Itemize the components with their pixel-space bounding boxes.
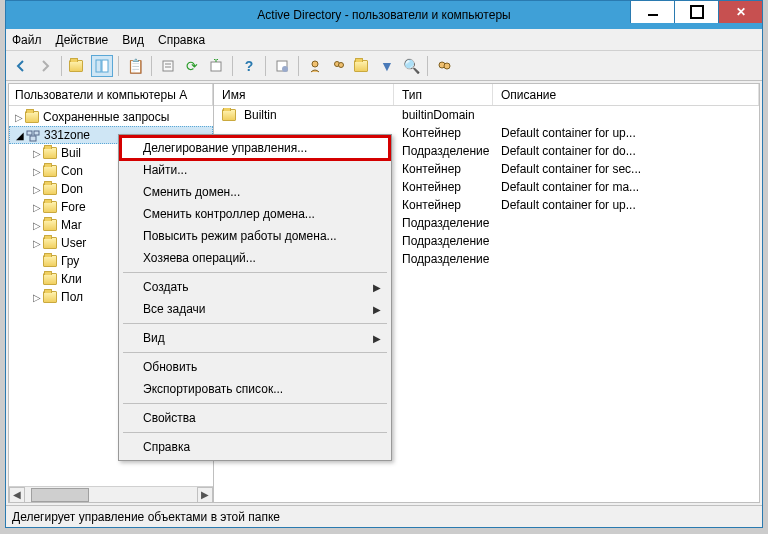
tree-scrollbar[interactable]: ◀ ▶ xyxy=(9,486,213,502)
svg-rect-2 xyxy=(163,61,173,71)
cell-type: Контейнер xyxy=(394,162,493,176)
find-icon[interactable]: 🔍 xyxy=(400,55,422,77)
cell-type: builtinDomain xyxy=(394,108,493,122)
column-name[interactable]: Имя xyxy=(214,84,394,105)
up-level-icon[interactable] xyxy=(67,55,89,77)
scroll-left-icon[interactable]: ◀ xyxy=(9,487,25,503)
folder-icon xyxy=(43,291,57,303)
cut-icon[interactable]: 📋 xyxy=(124,55,146,77)
column-label: Тип xyxy=(402,88,422,102)
toolbar-separator xyxy=(61,56,62,76)
folder-icon xyxy=(43,183,57,195)
new-group-icon[interactable] xyxy=(328,55,350,77)
title-bar: Active Directory - пользователи и компью… xyxy=(6,1,762,29)
menu-label: Экспортировать список... xyxy=(143,382,283,396)
svg-point-7 xyxy=(282,66,288,72)
menu-change-domain[interactable]: Сменить домен... xyxy=(121,181,389,203)
menu-help[interactable]: Справка xyxy=(121,436,389,458)
tree-header[interactable]: Пользователи и компьютеры A xyxy=(9,84,213,106)
menu-separator xyxy=(123,323,387,324)
menu-help[interactable]: Справка xyxy=(158,33,205,47)
expander-icon[interactable]: ◢ xyxy=(14,130,26,141)
column-type[interactable]: Тип xyxy=(394,84,493,105)
expander-icon[interactable]: ▷ xyxy=(31,148,43,159)
list-row[interactable]: Builtin builtinDomain xyxy=(214,106,759,124)
show-tree-icon[interactable] xyxy=(91,55,113,77)
menu-properties[interactable]: Свойства xyxy=(121,407,389,429)
menu-label: Вид xyxy=(143,331,165,345)
menu-delegate-control[interactable]: Делегирование управления... xyxy=(121,137,389,159)
submenu-arrow-icon: ▶ xyxy=(373,333,381,344)
cell-type: Подразделение xyxy=(394,252,493,266)
minimize-button[interactable] xyxy=(630,1,674,23)
new-ou-icon[interactable] xyxy=(352,55,374,77)
svg-rect-0 xyxy=(96,60,101,72)
folder-icon xyxy=(43,201,57,213)
filter-icon[interactable]: ▼ xyxy=(376,55,398,77)
status-bar: Делегирует управление объектами в этой п… xyxy=(6,505,762,527)
toolbar-separator xyxy=(151,56,152,76)
tree-label: Кли xyxy=(61,272,82,286)
context-menu: Делегирование управления... Найти... Сме… xyxy=(118,134,392,461)
forward-button[interactable] xyxy=(34,55,56,77)
menu-refresh[interactable]: Обновить xyxy=(121,356,389,378)
new-user-icon[interactable] xyxy=(304,55,326,77)
menu-operation-masters[interactable]: Хозяева операций... xyxy=(121,247,389,269)
scroll-right-icon[interactable]: ▶ xyxy=(197,487,213,503)
tree-label: Con xyxy=(61,164,83,178)
expander-icon[interactable]: ▷ xyxy=(31,238,43,249)
cell-desc: Default container for sec... xyxy=(493,162,759,176)
cell-type: Контейнер xyxy=(394,180,493,194)
svg-rect-5 xyxy=(211,62,221,71)
expander-icon[interactable]: ▷ xyxy=(31,202,43,213)
column-description[interactable]: Описание xyxy=(493,84,759,105)
folder-icon xyxy=(354,60,368,72)
folder-icon xyxy=(43,255,57,267)
menu-change-dc[interactable]: Сменить контроллер домена... xyxy=(121,203,389,225)
tree-label: Fore xyxy=(61,200,86,214)
help-icon[interactable]: ? xyxy=(238,55,260,77)
cell-desc: Default container for do... xyxy=(493,144,759,158)
cell-type: Подразделение xyxy=(394,216,493,230)
menu-view[interactable]: Вид xyxy=(122,33,144,47)
tree-label: User xyxy=(61,236,86,250)
folder-icon xyxy=(43,147,57,159)
cell-desc: Default container for up... xyxy=(493,126,759,140)
menu-view[interactable]: Вид▶ xyxy=(121,327,389,349)
menu-separator xyxy=(123,272,387,273)
scroll-thumb[interactable] xyxy=(31,488,89,502)
expander-icon[interactable]: ▷ xyxy=(31,292,43,303)
svg-rect-15 xyxy=(30,136,36,141)
expander-icon[interactable]: ▷ xyxy=(31,166,43,177)
app-window: Active Directory - пользователи и компью… xyxy=(5,0,763,528)
menu-action[interactable]: Действие xyxy=(56,33,109,47)
menu-label: Найти... xyxy=(143,163,187,177)
svg-point-8 xyxy=(312,61,318,67)
menu-export-list[interactable]: Экспортировать список... xyxy=(121,378,389,400)
menu-create[interactable]: Создать▶ xyxy=(121,276,389,298)
add-to-group-icon[interactable] xyxy=(433,55,455,77)
menu-raise-level[interactable]: Повысить режим работы домена... xyxy=(121,225,389,247)
tree-item-saved-queries[interactable]: ▷ Сохраненные запросы xyxy=(9,108,213,126)
folder-icon xyxy=(222,109,236,121)
menu-file[interactable]: Файл xyxy=(12,33,42,47)
cell-type: Контейнер xyxy=(394,126,493,140)
folder-icon xyxy=(43,165,57,177)
menu-all-tasks[interactable]: Все задачи▶ xyxy=(121,298,389,320)
close-button[interactable] xyxy=(718,1,762,23)
filter-options-icon[interactable] xyxy=(271,55,293,77)
expander-icon[interactable]: ▷ xyxy=(31,184,43,195)
tree-label: Mar xyxy=(61,218,82,232)
maximize-button[interactable] xyxy=(674,1,718,23)
expander-icon[interactable]: ▷ xyxy=(13,112,25,123)
status-text: Делегирует управление объектами в этой п… xyxy=(12,510,280,524)
properties-icon[interactable] xyxy=(157,55,179,77)
submenu-arrow-icon: ▶ xyxy=(373,282,381,293)
refresh-icon[interactable]: ⟳ xyxy=(181,55,203,77)
menu-label: Все задачи xyxy=(143,302,206,316)
back-button[interactable] xyxy=(10,55,32,77)
expander-icon[interactable]: ▷ xyxy=(31,220,43,231)
menu-find[interactable]: Найти... xyxy=(121,159,389,181)
export-icon[interactable] xyxy=(205,55,227,77)
tree-header-label: Пользователи и компьютеры A xyxy=(15,88,187,102)
